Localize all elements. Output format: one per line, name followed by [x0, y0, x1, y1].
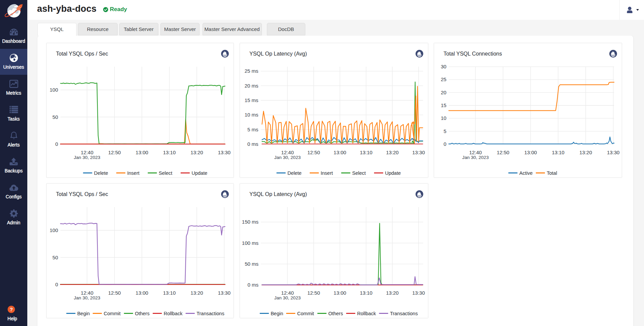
svg-text:Select: Select	[352, 170, 366, 176]
svg-text:13:00: 13:00	[334, 150, 346, 155]
svg-text:25: 25	[441, 76, 447, 82]
svg-text:Commit: Commit	[297, 311, 314, 316]
svg-text:Others: Others	[328, 311, 343, 316]
svg-text:12:40: 12:40	[469, 150, 482, 155]
svg-text:YSQL Op Latency (Avg): YSQL Op Latency (Avg)	[249, 51, 307, 57]
svg-text:Others: Others	[135, 311, 150, 316]
svg-text:20 ms: 20 ms	[245, 83, 258, 89]
svg-text:100: 100	[50, 227, 58, 233]
svg-text:12:50: 12:50	[307, 290, 320, 296]
svg-text:5 ms: 5 ms	[247, 127, 258, 132]
svg-text:15: 15	[441, 102, 447, 108]
svg-text:12:50: 12:50	[108, 290, 121, 296]
svg-text:Jan 30, 2023: Jan 30, 2023	[274, 295, 301, 300]
svg-text:Begin: Begin	[77, 311, 90, 316]
svg-text:13:20: 13:20	[579, 150, 592, 155]
svg-text:13:30: 13:30	[218, 290, 231, 296]
svg-text:50 ms: 50 ms	[245, 261, 258, 267]
svg-text:Rollback: Rollback	[164, 311, 183, 316]
svg-text:Begin: Begin	[271, 311, 283, 316]
svg-text:13:20: 13:20	[190, 150, 203, 155]
svg-text:15 ms: 15 ms	[245, 97, 258, 103]
svg-text:13:00: 13:00	[334, 290, 346, 296]
svg-text:5: 5	[443, 128, 446, 134]
svg-text:Jan 30, 2023: Jan 30, 2023	[74, 295, 100, 300]
svg-text:12:40: 12:40	[281, 150, 294, 155]
svg-text:50: 50	[53, 255, 58, 260]
svg-text:13:10: 13:10	[360, 150, 373, 155]
svg-text:13:30: 13:30	[412, 150, 425, 155]
svg-text:100: 100	[50, 87, 58, 93]
svg-text:10 ms: 10 ms	[245, 112, 258, 118]
svg-text:13:00: 13:00	[135, 150, 148, 155]
svg-text:Select: Select	[159, 170, 172, 176]
svg-text:0 ms: 0 ms	[247, 141, 258, 147]
svg-text:20: 20	[441, 90, 447, 95]
svg-text:0: 0	[55, 141, 58, 147]
svg-text:Update: Update	[385, 170, 401, 176]
svg-text:Active: Active	[519, 170, 533, 176]
svg-text:?: ?	[9, 306, 12, 312]
svg-text:10: 10	[441, 115, 447, 121]
svg-text:12:50: 12:50	[108, 150, 121, 155]
svg-text:13:30: 13:30	[607, 150, 620, 155]
svg-text:50: 50	[53, 114, 58, 120]
svg-text:Update: Update	[192, 170, 208, 176]
svg-text:Total YSQL Ops / Sec: Total YSQL Ops / Sec	[56, 191, 108, 197]
svg-text:13:10: 13:10	[552, 150, 564, 155]
svg-text:12:40: 12:40	[281, 290, 294, 296]
svg-text:13:10: 13:10	[360, 290, 373, 296]
svg-text:0 ms: 0 ms	[247, 282, 258, 288]
svg-text:Insert: Insert	[127, 170, 140, 176]
svg-text:25 ms: 25 ms	[245, 68, 258, 74]
svg-text:12:50: 12:50	[497, 150, 510, 155]
svg-text:Insert: Insert	[321, 170, 333, 176]
svg-text:Total YSQL Ops / Sec: Total YSQL Ops / Sec	[56, 51, 108, 57]
svg-text:12:40: 12:40	[81, 290, 94, 296]
svg-text:13:10: 13:10	[163, 290, 176, 296]
svg-text:12:50: 12:50	[307, 150, 320, 155]
svg-text:YSQL Op Latency (Avg): YSQL Op Latency (Avg)	[249, 191, 307, 197]
svg-text:13:20: 13:20	[386, 150, 399, 155]
svg-text:Jan 30, 2023: Jan 30, 2023	[274, 155, 301, 160]
svg-text:Transactions: Transactions	[196, 311, 224, 316]
svg-text:Jan 30, 2023: Jan 30, 2023	[74, 155, 100, 160]
svg-text:Delete: Delete	[94, 170, 108, 176]
svg-text:Total YSQL Connections: Total YSQL Connections	[443, 51, 502, 57]
svg-text:13:20: 13:20	[386, 290, 399, 296]
svg-text:Delete: Delete	[287, 170, 302, 176]
svg-text:13:30: 13:30	[412, 290, 425, 296]
svg-text:0: 0	[55, 282, 58, 287]
svg-text:30: 30	[441, 64, 447, 69]
svg-text:Rollback: Rollback	[357, 311, 376, 316]
svg-text:100 ms: 100 ms	[242, 240, 258, 246]
svg-text:12:40: 12:40	[81, 150, 94, 155]
svg-text:13:00: 13:00	[524, 150, 537, 155]
svg-text:13:10: 13:10	[163, 150, 176, 155]
svg-text:Total: Total	[547, 170, 557, 176]
svg-text:150 ms: 150 ms	[242, 219, 258, 225]
svg-text:Commit: Commit	[104, 311, 121, 316]
svg-text:13:30: 13:30	[218, 150, 231, 155]
svg-text:Jan 30, 2023: Jan 30, 2023	[462, 155, 489, 160]
svg-text:13:00: 13:00	[135, 290, 148, 296]
svg-text:0: 0	[443, 141, 446, 147]
svg-text:Transactions: Transactions	[390, 311, 418, 316]
svg-text:13:20: 13:20	[190, 290, 203, 296]
